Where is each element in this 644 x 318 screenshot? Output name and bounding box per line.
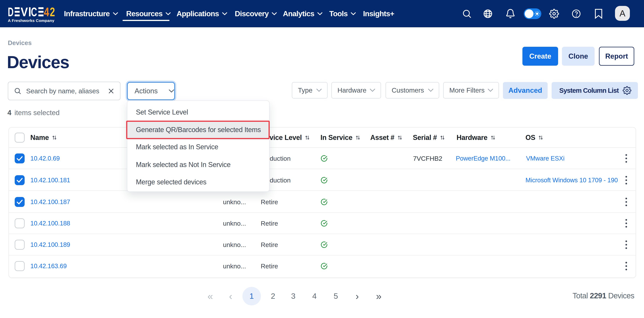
svg-text:A Freshworks Company: A Freshworks Company xyxy=(8,18,54,22)
svg-text:V: V xyxy=(20,6,28,19)
svg-text:4: 4 xyxy=(44,6,49,19)
svg-text:D: D xyxy=(8,6,14,19)
svg-text:2: 2 xyxy=(50,6,55,19)
svg-text:C: C xyxy=(31,6,37,19)
